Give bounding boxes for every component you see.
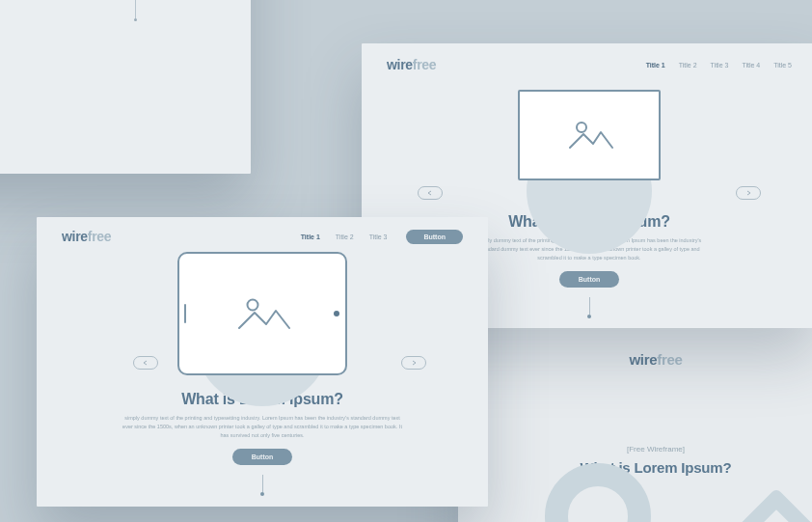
nav-menu: Title 1 Title 2 Title 3 (301, 234, 388, 240)
svg-point-0 (577, 123, 586, 132)
chevron-right-icon (744, 190, 752, 196)
divider-decoration (135, 0, 136, 18)
tablet-illustration (177, 252, 347, 375)
nav-item[interactable]: Title 3 (369, 234, 388, 240)
carousel-next-button[interactable] (736, 186, 761, 200)
wireframe-label: [Free Wireframe] (458, 445, 812, 453)
chevron-left-icon (426, 190, 434, 196)
diamond-decoration (736, 488, 812, 522)
hero-section: What is Lorem Ipsum? simply dummy text o… (62, 252, 463, 492)
background-card (0, 0, 251, 174)
nav-item[interactable]: Title 4 (742, 62, 760, 69)
brand-logo: wirefree (62, 229, 111, 244)
section-divider (589, 297, 590, 315)
nav-item[interactable]: Title 2 (336, 234, 354, 240)
nav-item[interactable]: Title 1 (646, 62, 665, 69)
nav-item[interactable]: Title 5 (773, 62, 792, 69)
hero-subtext: simply dummy text of the printing and ty… (122, 414, 402, 439)
image-placeholder-icon (564, 119, 614, 151)
hero-heading: What is Lorem Ipsum? (458, 459, 812, 476)
nav-item[interactable]: Title 3 (711, 62, 729, 69)
carousel-next-button[interactable] (401, 356, 426, 370)
wireframe-card-tablet: wirefree Title 1 Title 2 Title 3 Button … (37, 217, 488, 507)
section-divider (262, 475, 263, 492)
primary-button[interactable]: Button (559, 271, 620, 288)
svg-point-1 (248, 300, 258, 311)
brand-logo: wirefree (458, 351, 812, 368)
header-row: wirefree Title 1 Title 2 Title 3 Title 4… (387, 57, 792, 72)
carousel-prev-button[interactable] (418, 186, 443, 200)
chevron-right-icon (410, 360, 418, 366)
wireframe-card-bottom: wirefree [Free Wireframe] What is Lorem … (458, 328, 812, 522)
header-row: wirefree Title 1 Title 2 Title 3 Button (62, 229, 463, 244)
primary-button[interactable]: Button (232, 449, 293, 465)
nav-menu: Title 1 Title 2 Title 3 Title 4 Title 5 (646, 62, 792, 69)
brand-part1: wire (387, 57, 413, 72)
nav-item[interactable]: Title 1 (301, 234, 320, 240)
image-placeholder-icon (233, 294, 291, 333)
nav-item[interactable]: Title 2 (679, 62, 697, 69)
brand-part2: free (657, 351, 682, 368)
monitor-illustration (518, 90, 661, 200)
chevron-left-icon (142, 360, 149, 366)
monitor-screen (518, 90, 661, 180)
brand-part2: free (413, 57, 436, 72)
brand-part1: wire (629, 351, 657, 368)
header-cta-button[interactable]: Button (406, 230, 463, 244)
brand-logo: wirefree (387, 57, 436, 72)
brand-part2: free (88, 229, 111, 244)
brand-part1: wire (62, 229, 88, 244)
carousel-prev-button[interactable] (133, 356, 158, 370)
